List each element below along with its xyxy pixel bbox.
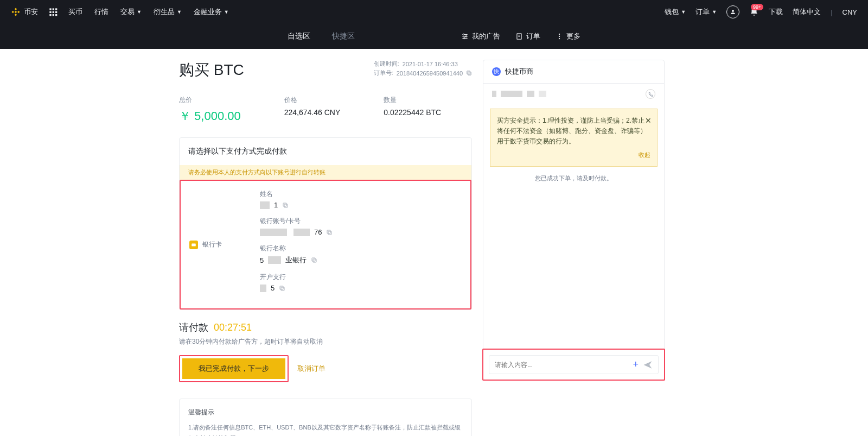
left-column: 购买 BTC 创建时间:2021-01-17 16:46:33 订单号:2018… (179, 60, 472, 436)
total-col: 总价 ￥ 5,000.00 (179, 96, 241, 124)
svg-rect-28 (327, 230, 330, 233)
created-value: 2021-01-17 16:46:33 (403, 61, 458, 67)
chevron-down-icon: ▼ (681, 9, 686, 15)
bank-value: 5业银行 (260, 255, 333, 265)
svg-rect-4 (53, 11, 54, 13)
svg-rect-29 (313, 259, 316, 262)
account-label: 银行账号/卡号 (260, 217, 333, 226)
nav-markets[interactable]: 行情 (94, 7, 108, 17)
created-label: 创建时间: (374, 60, 399, 68)
binance-logo-icon (11, 7, 21, 17)
copy-icon[interactable] (311, 257, 317, 263)
document-icon (515, 33, 523, 40)
payment-title: 请选择以下支付方式完成付款 (180, 138, 471, 165)
nav-finance[interactable]: 金融业务▼ (194, 7, 229, 17)
svg-rect-32 (280, 286, 283, 289)
qty-label: 数量 (384, 96, 441, 105)
svg-point-20 (559, 36, 560, 37)
apps-grid-icon[interactable] (49, 8, 58, 16)
more-vertical-icon (556, 33, 563, 40)
copy-icon[interactable] (282, 202, 289, 208)
alert-text: 买方安全提示：1.理性投资，谨防上当受骗；2.禁止将任何不法资金（如赌博、跑分、… (497, 117, 647, 145)
chat-status: 您已成功下单，请及时付款。 (483, 171, 664, 186)
phone-icon[interactable] (646, 89, 655, 99)
copy-icon[interactable] (326, 229, 333, 236)
price-row: 总价 ￥ 5,000.00 价格 224,674.46 CNY 数量 0.022… (179, 96, 472, 124)
action-orders[interactable]: 订单 (515, 31, 540, 41)
payment-fields: 姓名 1 银行账号/卡号 76 银行名称 5业银行 开户支行 5 (260, 189, 333, 300)
qty-col: 数量 0.02225442 BTC (384, 96, 441, 124)
plus-icon[interactable]: + (633, 359, 639, 370)
user-icon[interactable] (726, 5, 739, 18)
svg-rect-25 (284, 204, 288, 207)
countdown-time: 00:27:51 (214, 322, 252, 333)
total-value: ￥ 5,000.00 (179, 108, 241, 124)
nav-wallet[interactable]: 钱包▼ (665, 7, 686, 17)
divider: | (831, 8, 832, 16)
svg-point-9 (732, 10, 734, 12)
svg-rect-22 (468, 72, 471, 75)
chat-input[interactable] (495, 361, 628, 369)
action-my-ads[interactable]: 我的广告 (461, 31, 500, 41)
tab-express[interactable]: 快捷区 (332, 31, 355, 41)
paid-next-button[interactable]: 我已完成付款，下一步 (182, 358, 285, 379)
copy-icon[interactable] (279, 285, 285, 292)
tip-1: 1.请勿备注任何信息BTC、ETH、USDT、BNB以及其它数字资产名称于转账备… (188, 422, 463, 436)
chevron-down-icon: ▼ (137, 9, 142, 15)
cancel-order-link[interactable]: 取消订单 (297, 364, 326, 374)
collapse-link[interactable]: 收起 (497, 150, 650, 160)
nav-currency[interactable]: CNY (843, 8, 857, 16)
tab-custom[interactable]: 自选区 (288, 31, 310, 41)
close-icon[interactable]: ✕ (645, 115, 652, 127)
svg-point-15 (464, 37, 465, 39)
merchant-name: 快捷币商 (505, 67, 533, 77)
qty-value: 0.02225442 BTC (384, 108, 441, 117)
chevron-down-icon: ▼ (712, 9, 717, 15)
countdown: 请付款 00:27:51 (179, 321, 472, 334)
send-icon[interactable] (643, 360, 653, 370)
merchant-chat-panel: 快 快捷币商 ✕ 买方安全提示：1.理性投资，谨防上当受骗；2.禁止将任何不法资… (483, 60, 665, 380)
account-value: 76 (260, 228, 333, 236)
branch-label: 开户支行 (260, 273, 333, 282)
merchant-info (483, 84, 664, 104)
chat-input-area: + (482, 349, 665, 381)
main-content: 购买 BTC 创建时间:2021-01-17 16:46:33 订单号:2018… (179, 49, 830, 436)
svg-rect-27 (328, 231, 331, 235)
action-more[interactable]: 更多 (556, 31, 580, 41)
order-meta: 创建时间:2021-01-17 16:46:33 订单号:20184042659… (374, 60, 472, 78)
svg-rect-3 (49, 11, 51, 13)
svg-rect-6 (49, 14, 51, 16)
svg-rect-8 (55, 14, 57, 16)
subnav-actions: 我的广告 订单 更多 (461, 31, 580, 41)
brand-text: 币安 (24, 7, 38, 17)
total-label: 总价 (179, 96, 241, 105)
svg-point-13 (463, 34, 464, 35)
price-col: 价格 224,674.46 CNY (284, 96, 341, 124)
svg-rect-2 (55, 8, 57, 10)
tips-box: 温馨提示 1.请勿备注任何信息BTC、ETH、USDT、BNB以及其它数字资产名… (179, 399, 472, 436)
order-title: 购买 BTC (179, 60, 244, 80)
notifications-icon[interactable]: 99+ (749, 7, 759, 17)
orderno-label: 订单号: (374, 69, 393, 77)
nav-orders[interactable]: 订单▼ (695, 7, 717, 17)
svg-rect-5 (55, 11, 57, 13)
payment-method[interactable]: 银行卡 姓名 1 银行账号/卡号 76 银行名称 5业银行 (180, 180, 471, 309)
nav-derivatives[interactable]: 衍生品▼ (154, 7, 182, 17)
nav-right: 钱包▼ 订单▼ 99+ 下载 简体中文 | CNY (665, 5, 857, 18)
method-name: 银行卡 (189, 189, 222, 300)
brand-logo[interactable]: 币安 (11, 7, 38, 17)
svg-point-21 (559, 38, 560, 39)
nav-buy[interactable]: 买币 (68, 7, 82, 17)
svg-rect-24 (192, 243, 196, 246)
sub-nav: 自选区 快捷区 我的广告 订单 更多 (0, 24, 868, 49)
svg-rect-0 (49, 8, 51, 10)
nav-download[interactable]: 下载 (769, 7, 783, 17)
bank-card-icon (189, 241, 198, 249)
branch-value: 5 (260, 284, 333, 292)
copy-icon[interactable] (466, 70, 472, 76)
merchant-badge-icon: 快 (492, 67, 501, 76)
chat-body (483, 186, 664, 349)
nav-trade[interactable]: 交易▼ (120, 7, 142, 17)
nav-lang[interactable]: 简体中文 (793, 7, 821, 17)
countdown-label: 请付款 (179, 321, 208, 334)
